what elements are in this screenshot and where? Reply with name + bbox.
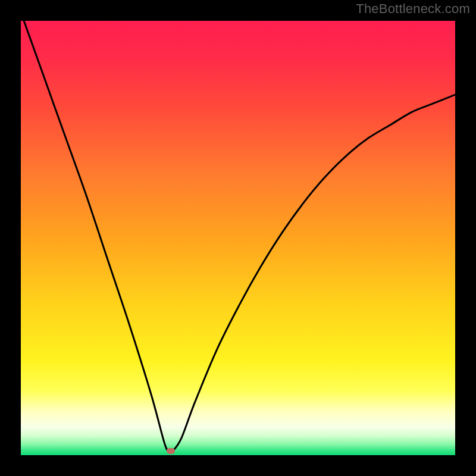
bottleneck-curve — [21, 21, 455, 455]
chart-frame: TheBottleneck.com — [0, 0, 476, 476]
watermark-text: TheBottleneck.com — [356, 1, 470, 17]
optimal-point-marker — [167, 448, 175, 454]
plot-area — [21, 21, 455, 455]
